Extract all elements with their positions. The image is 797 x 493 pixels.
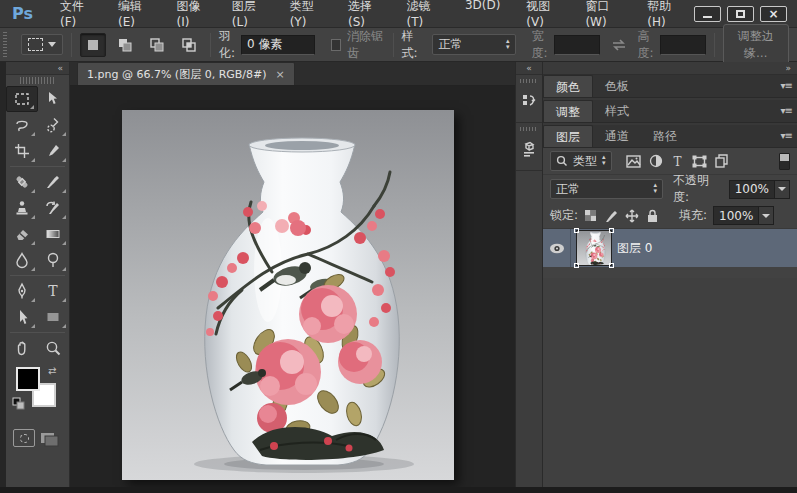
- canvas-pasteboard[interactable]: [70, 86, 515, 493]
- tool-quick-selection[interactable]: [38, 112, 70, 138]
- lock-position-icon[interactable]: [625, 209, 639, 223]
- tab-adjustments[interactable]: 调整: [543, 100, 593, 122]
- tab-close-icon[interactable]: ×: [276, 68, 285, 81]
- foreground-color-swatch[interactable]: [16, 367, 40, 391]
- tab-styles[interactable]: 样式: [593, 100, 641, 122]
- tool-rectangle-shape[interactable]: [38, 304, 70, 330]
- swap-dimensions-icon[interactable]: [610, 38, 628, 52]
- options-bar-grip[interactable]: [3, 32, 7, 58]
- quick-mask-mode-button[interactable]: [13, 429, 35, 447]
- updown-arrows-icon: ▴▾: [602, 155, 606, 166]
- updown-arrows-icon: ▴▾: [506, 39, 510, 50]
- tool-dodge[interactable]: [38, 247, 70, 273]
- filter-smart-objects-icon[interactable]: [715, 154, 728, 168]
- layer-name[interactable]: 图层 0: [617, 240, 652, 257]
- feather-input[interactable]: [241, 35, 315, 55]
- layer-thumbnail[interactable]: [577, 231, 611, 265]
- lock-pixels-icon[interactable]: [604, 209, 618, 223]
- opacity-value: 100%: [729, 180, 775, 199]
- tool-move[interactable]: [38, 86, 70, 112]
- layer-row[interactable]: 图层 0: [543, 229, 797, 267]
- tab-paths[interactable]: 路径: [641, 125, 689, 147]
- tab-channels[interactable]: 通道: [593, 125, 641, 147]
- tool-hand[interactable]: [6, 335, 38, 361]
- fill-value: 100%: [713, 206, 759, 225]
- tool-pen[interactable]: [6, 278, 38, 304]
- width-input[interactable]: [554, 35, 600, 55]
- tool-spot-healing-brush[interactable]: [6, 169, 38, 195]
- tool-type[interactable]: T: [38, 278, 70, 304]
- filter-pixel-layers-icon[interactable]: [626, 155, 641, 168]
- swap-colors-icon[interactable]: ⇄: [48, 365, 56, 376]
- refine-edge-button[interactable]: 调整边缘…: [723, 24, 789, 66]
- tool-path-selection[interactable]: [6, 304, 38, 330]
- opacity-select[interactable]: 100%: [729, 180, 790, 199]
- maximize-button[interactable]: [727, 6, 754, 22]
- toolbox-grip[interactable]: [20, 77, 55, 84]
- tool-clone-stamp[interactable]: [6, 195, 38, 221]
- panel-menu-icon[interactable]: ▾≡: [781, 80, 792, 91]
- history-panel-icon[interactable]: [516, 86, 542, 116]
- panel-menu-icon[interactable]: ▾≡: [781, 105, 792, 116]
- tool-gradient[interactable]: [38, 221, 70, 247]
- lock-all-icon[interactable]: [646, 209, 659, 223]
- fill-select[interactable]: 100%: [713, 206, 774, 225]
- tab-color[interactable]: 颜色: [543, 75, 593, 97]
- filter-shape-layers-icon[interactable]: [692, 155, 707, 168]
- tool-flyout-corner: [62, 241, 66, 245]
- add-to-selection-button[interactable]: [112, 33, 138, 57]
- minimize-button[interactable]: [694, 6, 721, 22]
- strip-grip[interactable]: [520, 79, 538, 83]
- layer-visibility-cell[interactable]: [543, 229, 571, 267]
- tool-flyout-corner: [31, 241, 35, 245]
- tab-swatches[interactable]: 色板: [593, 75, 641, 97]
- style-select[interactable]: 正常 ▴▾: [432, 34, 515, 55]
- toolbox-collapse-button[interactable]: «: [6, 62, 69, 75]
- filter-adjustment-layers-icon[interactable]: [649, 154, 663, 168]
- layers-list-empty-area[interactable]: [543, 278, 797, 493]
- layer-filter-type-select[interactable]: 类型 ▴▾: [550, 151, 612, 171]
- document-tab[interactable]: 1.png @ 66.7% (图层 0, RGB/8#) ×: [77, 62, 295, 85]
- panel-dock: » 颜色 色板 ▾≡ 调整 样式 ▾≡ 图层 通道 路径 ▾≡ 类型 ▴▾: [543, 62, 797, 493]
- subtract-from-selection-button[interactable]: [144, 33, 170, 57]
- lock-transparency-icon[interactable]: [584, 209, 597, 222]
- antialias-checkbox[interactable]: [331, 39, 341, 51]
- blend-mode-select[interactable]: 正常 ▴▾: [550, 179, 663, 199]
- tool-blur[interactable]: [6, 247, 38, 273]
- tool-crop[interactable]: [6, 138, 38, 164]
- updown-arrows-icon: ▴▾: [654, 183, 658, 194]
- tool-history-brush[interactable]: [38, 195, 70, 221]
- default-colors-icon[interactable]: [12, 397, 26, 411]
- tool-flyout-corner: [31, 189, 35, 193]
- panel-menu-icon[interactable]: ▾≡: [781, 130, 792, 141]
- tool-brush[interactable]: [38, 169, 70, 195]
- tool-zoom[interactable]: [38, 335, 70, 361]
- feather-label: 羽化:: [219, 28, 235, 62]
- tool-preset-picker[interactable]: [21, 34, 63, 55]
- 3d-panel-icon[interactable]: [516, 134, 542, 164]
- layer-thumbnail-image: [577, 231, 611, 265]
- document-image[interactable]: [122, 110, 454, 480]
- intersect-selection-button[interactable]: [176, 33, 202, 57]
- window-bottom-edge: [0, 487, 797, 493]
- photoshop-logo: Ps: [0, 4, 47, 23]
- close-button[interactable]: ×: [760, 6, 787, 22]
- strip-grip[interactable]: [520, 127, 538, 131]
- tool-eraser[interactable]: [6, 221, 38, 247]
- new-selection-button[interactable]: [80, 33, 106, 57]
- screen-mode-button[interactable]: [38, 429, 62, 449]
- filter-type-layers-icon[interactable]: T: [671, 155, 684, 168]
- dock-collapse-button[interactable]: »: [543, 62, 797, 75]
- tool-flyout-corner: [62, 324, 66, 328]
- tool-flyout-corner: [62, 298, 66, 302]
- height-input[interactable]: [660, 35, 706, 55]
- tab-layers[interactable]: 图层: [543, 125, 593, 147]
- tool-flyout-corner: [31, 215, 35, 219]
- tool-eyedropper[interactable]: [38, 138, 70, 164]
- layer-filtering-toggle[interactable]: [779, 153, 790, 170]
- search-icon: [556, 155, 568, 167]
- strip-collapse-button[interactable]: «: [516, 62, 542, 75]
- quick-mask-icon: [20, 434, 29, 443]
- tool-rectangular-marquee[interactable]: [6, 86, 38, 112]
- tool-lasso[interactable]: [6, 112, 38, 138]
